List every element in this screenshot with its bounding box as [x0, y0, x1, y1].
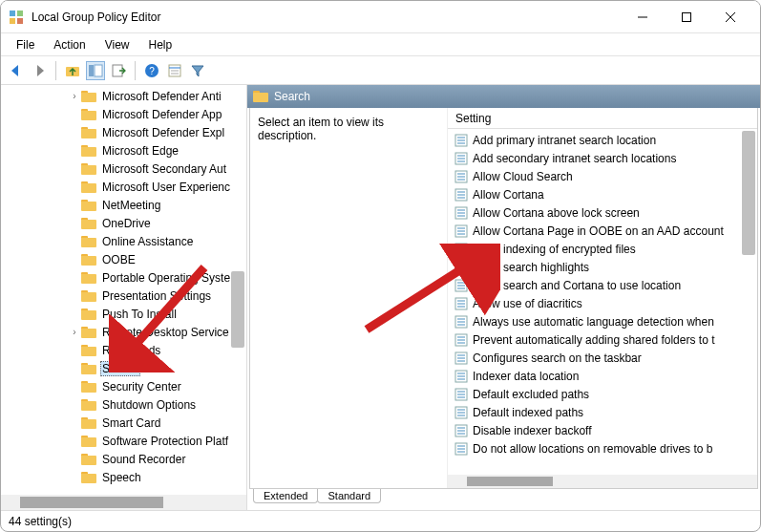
setting-item[interactable]: Do not allow locations on removable driv… [448, 439, 757, 458]
filter-button[interactable] [188, 61, 207, 80]
setting-item[interactable]: Allow Cortana Page in OOBE on an AAD acc… [448, 222, 757, 240]
tree-item-label: Microsoft Defender Anti [100, 90, 223, 103]
tree-item[interactable]: OneDrive [1, 214, 246, 232]
tree-item[interactable]: RSS Feeds [1, 341, 246, 359]
tree-item[interactable]: Search [1, 359, 246, 377]
app-icon [9, 10, 24, 25]
setting-item[interactable]: Prevent automatically adding shared fold… [448, 330, 757, 349]
expand-icon[interactable]: › [68, 91, 81, 101]
menu-view[interactable]: View [97, 36, 137, 53]
policy-icon [454, 332, 469, 348]
tree-item[interactable]: Security Center [1, 377, 246, 395]
tree-item[interactable]: Microsoft Edge [1, 141, 246, 160]
setting-item[interactable]: Allow search and Cortana to use location [448, 276, 757, 294]
svg-rect-27 [81, 165, 96, 175]
tree-horizontal-scrollbar-thumb[interactable] [20, 497, 163, 508]
tree-item[interactable]: Portable Operating Syste [1, 268, 246, 287]
description-prompt: Select an item to view its description. [258, 116, 384, 142]
tree-item[interactable]: ›Microsoft Defender Anti [1, 87, 246, 105]
column-header-setting[interactable]: Setting [448, 108, 757, 129]
expand-icon[interactable]: › [68, 327, 81, 337]
tree-horizontal-scrollbar-track[interactable] [1, 495, 246, 510]
tab-standard[interactable]: Standard [317, 489, 381, 503]
setting-item[interactable]: Allow indexing of encrypted files [448, 240, 757, 258]
tree-item[interactable]: Microsoft Defender App [1, 105, 246, 123]
settings-horizontal-scrollbar-track[interactable] [448, 475, 757, 488]
folder-icon [81, 108, 96, 121]
tree-view[interactable]: ›Microsoft Defender AntiMicrosoft Defend… [1, 85, 246, 495]
svg-text:?: ? [149, 66, 155, 76]
tree-item[interactable]: Speech [1, 468, 246, 486]
window-title: Local Group Policy Editor [32, 11, 621, 24]
tree-item[interactable]: Shutdown Options [1, 395, 246, 414]
setting-item[interactable]: Add secondary intranet search locations [448, 149, 757, 167]
svg-rect-57 [81, 437, 96, 447]
setting-item[interactable]: Always use automatic language detection … [448, 312, 757, 330]
svg-rect-33 [81, 220, 96, 229]
detail-header-title: Search [274, 90, 310, 103]
svg-rect-25 [81, 147, 96, 157]
setting-label: Default excluded paths [473, 388, 589, 401]
setting-item[interactable]: Allow Cloud Search [448, 167, 757, 185]
folder-icon [81, 380, 96, 394]
setting-label: Do not allow locations on removable driv… [473, 442, 712, 456]
tree-item[interactable]: Microsoft User Experienc [1, 178, 246, 196]
tree-item-label: Sound Recorder [100, 453, 187, 466]
setting-item[interactable]: Allow use of diacritics [448, 294, 757, 312]
setting-item[interactable]: Allow search highlights [448, 258, 757, 276]
tree-vertical-scrollbar[interactable] [231, 271, 244, 348]
settings-vertical-scrollbar[interactable] [742, 131, 755, 255]
folder-icon [81, 162, 96, 176]
tree-item[interactable]: Push To Install [1, 305, 246, 323]
detail-body: Select an item to view its description. … [249, 108, 758, 489]
svg-rect-55 [81, 419, 96, 429]
tree-item-label: Shutdown Options [100, 398, 198, 412]
setting-label: Indexer data location [473, 370, 579, 383]
setting-item[interactable]: Allow Cortana [448, 185, 757, 203]
folder-icon [81, 90, 96, 103]
setting-item[interactable]: Add primary intranet search location [448, 131, 757, 149]
setting-item[interactable]: Allow Cortana above lock screen [448, 203, 757, 222]
tab-extended[interactable]: Extended [253, 489, 318, 503]
setting-label: Allow search and Cortana to use location [473, 279, 681, 292]
close-button[interactable] [708, 4, 752, 31]
tree-item-label: Microsoft Defender Expl [100, 126, 226, 139]
tree-item[interactable]: Microsoft Secondary Aut [1, 160, 246, 178]
tree-item[interactable]: Presentation Settings [1, 287, 246, 305]
tree-item[interactable]: Microsoft Defender Expl [1, 123, 246, 141]
tree-item-label: OneDrive [100, 217, 153, 230]
menu-file[interactable]: File [9, 36, 42, 53]
svg-rect-59 [81, 456, 96, 465]
forward-button[interactable] [30, 61, 49, 80]
minimize-button[interactable] [621, 4, 665, 31]
menu-action[interactable]: Action [46, 36, 93, 53]
menu-help[interactable]: Help [141, 36, 180, 53]
tree-item[interactable]: NetMeeting [1, 196, 246, 214]
setting-label: Allow Cortana above lock screen [473, 206, 640, 220]
tree-item[interactable]: Online Assistance [1, 232, 246, 250]
tree-item[interactable]: Sound Recorder [1, 450, 246, 468]
show-hide-tree-button[interactable] [86, 61, 105, 80]
maximize-button[interactable] [665, 4, 708, 31]
tree-item[interactable]: Smart Card [1, 414, 246, 432]
up-button[interactable] [63, 61, 82, 80]
tree-item-label: OOBE [100, 253, 137, 266]
settings-horizontal-scrollbar-thumb[interactable] [467, 477, 553, 486]
setting-item[interactable]: Indexer data location [448, 367, 757, 385]
properties-button[interactable] [165, 61, 184, 80]
setting-item[interactable]: Default indexed paths [448, 403, 757, 421]
tree-item-label: RSS Feeds [100, 344, 162, 357]
tree-item[interactable]: OOBE [1, 250, 246, 268]
setting-item[interactable]: Default excluded paths [448, 385, 757, 403]
setting-label: Always use automatic language detection … [473, 315, 714, 329]
svg-rect-3 [17, 18, 23, 24]
setting-item[interactable]: Disable indexer backoff [448, 421, 757, 439]
back-button[interactable] [7, 61, 26, 80]
svg-rect-29 [81, 183, 96, 193]
export-list-button[interactable] [109, 61, 128, 80]
setting-item[interactable]: Configures search on the taskbar [448, 349, 757, 367]
tree-item[interactable]: ›Remote Desktop Service [1, 323, 246, 341]
help-button[interactable]: ? [142, 61, 161, 80]
tree-item[interactable]: Software Protection Platf [1, 432, 246, 450]
settings-list[interactable]: Add primary intranet search locationAdd … [448, 129, 757, 459]
